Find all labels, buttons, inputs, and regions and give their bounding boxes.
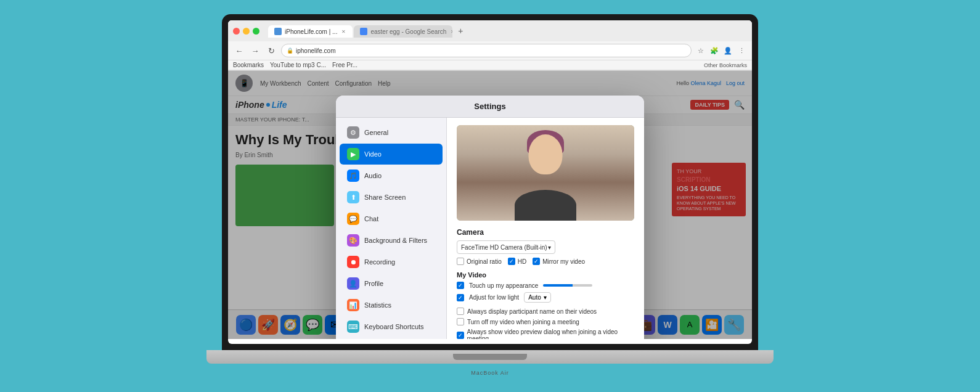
- browser-chrome: iPhoneLife.com | ... ✕ easter egg - Goog…: [228, 20, 752, 71]
- chevron-down-icon-2: ▾: [544, 294, 547, 301]
- browser-titlebar: iPhoneLife.com | ... ✕ easter egg - Goog…: [228, 20, 752, 41]
- settings-nav-statistics[interactable]: 📊 Statistics: [340, 295, 443, 316]
- camera-dropdown[interactable]: FaceTime HD Camera (Built-in) ▾: [457, 240, 555, 254]
- touch-up-label: Touch up my appearance: [469, 282, 538, 289]
- tab-label-iphonelife: iPhoneLife.com | ...: [285, 28, 337, 35]
- settings-body: ⚙ General ▶ Video 🎵 Audio: [336, 118, 644, 339]
- share-screen-icon: ⬆: [347, 191, 359, 203]
- person-head: [529, 134, 563, 174]
- original-ratio-cb-box: [457, 258, 464, 265]
- original-ratio-label: Original ratio: [467, 258, 502, 265]
- settings-nav-keyboard[interactable]: ⌨ Keyboard Shortcuts: [340, 316, 443, 337]
- settings-nav-label-audio: Audio: [364, 172, 382, 179]
- settings-title: Settings: [474, 102, 505, 111]
- video-icon: ▶: [347, 148, 359, 160]
- tab-iphonelife[interactable]: iPhoneLife.com | ... ✕: [268, 25, 353, 38]
- low-light-dropdown[interactable]: Auto ▾: [524, 292, 551, 303]
- settings-nav-chat[interactable]: 💬 Chat: [340, 208, 443, 229]
- touch-up-checkbox[interactable]: ✓: [457, 282, 464, 289]
- more-icon[interactable]: ⋮: [736, 45, 747, 56]
- close-button[interactable]: [233, 28, 240, 35]
- keyboard-icon: ⌨: [347, 321, 359, 333]
- other-bookmarks-label: Other Bookmarks: [704, 62, 747, 68]
- low-light-row: ✓ Adjust for low light Auto ▾: [457, 292, 634, 303]
- tab-close-iphonelife[interactable]: ✕: [340, 28, 346, 35]
- person-shoulders: [515, 190, 576, 221]
- profile-icon: 👤: [347, 277, 359, 290]
- address-bar[interactable]: 🔒 iphonelife.com: [281, 44, 692, 57]
- settings-nav-label-video: Video: [364, 150, 382, 158]
- profile-icon[interactable]: 👤: [722, 45, 733, 56]
- camera-section-label: Camera: [457, 228, 634, 237]
- show-preview-cb[interactable]: ✓: [457, 332, 464, 339]
- browser-toolbar: ← → ↻ 🔒 iphonelife.com ☆ 🧩 👤 ⋮: [228, 41, 752, 60]
- mirror-checkbox[interactable]: ✓ Mirror my video: [533, 258, 585, 265]
- settings-nav-general[interactable]: ⚙ General: [340, 122, 443, 143]
- touch-up-slider[interactable]: [543, 284, 592, 287]
- settings-nav-share-screen[interactable]: ⬆ Share Screen: [340, 187, 443, 208]
- tab-close-google[interactable]: ✕: [449, 28, 452, 35]
- recording-icon: ⏺: [347, 256, 359, 268]
- statistics-icon: 📊: [347, 299, 359, 311]
- settings-nav-video[interactable]: ▶ Video: [340, 144, 443, 165]
- macbook-notch: [453, 354, 527, 360]
- general-icon: ⚙: [347, 126, 359, 139]
- settings-sidebar: ⚙ General ▶ Video 🎵 Audio: [336, 118, 447, 339]
- settings-nav-background[interactable]: 🎨 Background & Filters: [340, 230, 443, 251]
- settings-nav-profile[interactable]: 👤 Profile: [340, 273, 443, 294]
- back-button[interactable]: ←: [233, 44, 245, 57]
- settings-titlebar: Settings: [336, 96, 644, 118]
- hd-checkbox[interactable]: ✓ HD: [508, 258, 526, 265]
- low-light-dropdown-value: Auto: [528, 294, 541, 301]
- low-light-checkbox[interactable]: ✓: [457, 294, 464, 301]
- fullscreen-button[interactable]: [253, 28, 259, 35]
- camera-dropdown-value: FaceTime HD Camera (Built-in): [461, 244, 547, 251]
- hd-label: HD: [518, 258, 526, 265]
- settings-nav-recording[interactable]: ⏺ Recording: [340, 251, 443, 272]
- tab-favicon-google: [360, 28, 367, 35]
- settings-overlay: Settings ⚙ General ▶: [228, 71, 752, 339]
- background-icon: 🎨: [347, 234, 359, 247]
- settings-nav-label-keyboard: Keyboard Shortcuts: [364, 323, 424, 330]
- toolbar-icons: ☆ 🧩 👤 ⋮: [695, 45, 747, 56]
- tab-favicon-iphonelife: [274, 28, 282, 35]
- settings-bottom-checkboxes: Always display participant name on their…: [457, 308, 634, 339]
- bookmark-item-free[interactable]: Free Pr...: [332, 62, 357, 68]
- webpage-content: 📱 My Workbench Content Configuration Hel…: [228, 71, 752, 339]
- settings-nav-label-recording: Recording: [364, 258, 395, 266]
- new-tab-button[interactable]: +: [454, 24, 467, 38]
- extensions-icon[interactable]: 🧩: [709, 45, 720, 56]
- bookmark-item-bookmarks[interactable]: Bookmarks: [233, 62, 264, 68]
- low-light-label: Adjust for low light: [469, 294, 519, 301]
- turn-off-video-cb[interactable]: [457, 318, 464, 325]
- person-silhouette: [457, 125, 634, 221]
- tab-google[interactable]: easter egg - Google Search ✕: [354, 25, 452, 38]
- participant-name-label: Always display participant name on their…: [467, 308, 597, 315]
- forward-button[interactable]: →: [249, 44, 261, 57]
- original-ratio-checkbox[interactable]: Original ratio: [457, 258, 502, 265]
- participant-name-cb[interactable]: [457, 308, 464, 315]
- settings-nav-audio[interactable]: 🎵 Audio: [340, 165, 443, 186]
- camera-preview: [457, 125, 634, 221]
- settings-nav-label-stats: Statistics: [364, 301, 391, 309]
- lock-icon: 🔒: [287, 47, 293, 54]
- settings-video-content: Camera FaceTime HD Camera (Built-in) ▾: [447, 118, 644, 339]
- settings-nav-label-profile: Profile: [364, 280, 383, 287]
- settings-nav-label-general: General: [364, 129, 388, 136]
- tab-label-google: easter egg - Google Search: [370, 28, 446, 35]
- minimize-button[interactable]: [243, 28, 250, 35]
- settings-nav-accessibility[interactable]: ♿ Accessibility: [340, 338, 443, 339]
- reload-button[interactable]: ↻: [265, 44, 277, 57]
- audio-icon: 🎵: [347, 169, 359, 182]
- macbook-laptop: iPhoneLife.com | ... ✕ easter egg - Goog…: [206, 14, 774, 378]
- bookmark-item-youtube[interactable]: YouTube to mp3 C...: [270, 62, 326, 68]
- mirror-label: Mirror my video: [542, 258, 585, 265]
- turn-off-video-row: Turn off my video when joining a meeting: [457, 318, 634, 325]
- chevron-down-icon: ▾: [548, 244, 551, 251]
- bookmark-label-youtube: YouTube to mp3 C...: [270, 62, 326, 68]
- star-icon[interactable]: ☆: [695, 45, 706, 56]
- settings-nav-label-chat: Chat: [364, 215, 378, 223]
- traffic-lights: [233, 28, 259, 35]
- bookmark-label: Bookmarks: [233, 62, 264, 68]
- bookmarks-bar: Bookmarks YouTube to mp3 C... Free Pr...…: [228, 60, 752, 70]
